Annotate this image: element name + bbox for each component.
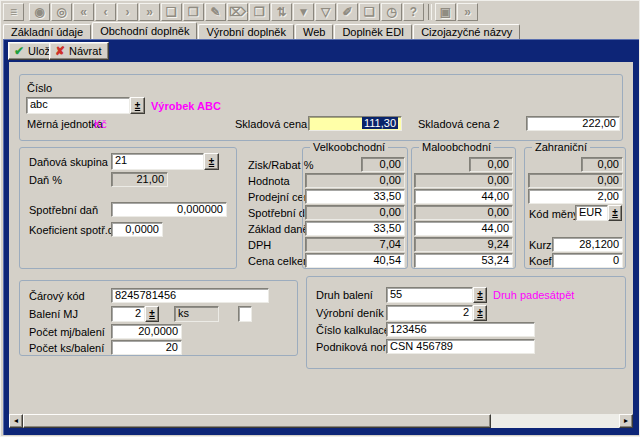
carovy-kod-field[interactable]: 8245781456 bbox=[111, 288, 269, 303]
first-record-button[interactable]: « bbox=[73, 3, 94, 21]
cislo-lookup-button[interactable]: ± bbox=[130, 97, 145, 114]
podnikova-norma-field[interactable]: CSN 456789 bbox=[386, 339, 535, 354]
print-button[interactable]: ▣ bbox=[435, 3, 456, 21]
danova-skupina-combo[interactable]: 21 bbox=[111, 153, 204, 170]
help-button[interactable]: ? bbox=[403, 3, 424, 21]
scroll-right-icon: ▸ bbox=[624, 416, 628, 425]
tab-zakladni-udaje[interactable]: Základní údaje bbox=[3, 24, 91, 39]
copy-record-button[interactable]: ❐ bbox=[249, 3, 270, 21]
first-record-icon: « bbox=[80, 6, 87, 18]
pocet-ks-baleni-field[interactable]: 20 bbox=[111, 340, 182, 355]
kod-meny-combo[interactable]: EUR bbox=[575, 205, 608, 221]
post-record-button[interactable]: ❒ bbox=[183, 3, 204, 21]
documents-button[interactable]: ❏ bbox=[359, 3, 380, 21]
vyrobni-denik-label: Výrobní deník bbox=[316, 307, 384, 320]
spotrebni-dan-label: Spotřební daň bbox=[29, 204, 98, 217]
pocet-mj-baleni-field[interactable]: 20,0000 bbox=[111, 324, 182, 339]
spotrebni-dan-field[interactable]: 0,000000 bbox=[111, 202, 227, 217]
retail-zisk-field: 0,00 bbox=[469, 157, 513, 172]
insert-record-icon: ❑ bbox=[166, 6, 177, 18]
kurz-label: Kurz bbox=[529, 239, 552, 252]
tab-bar: Základní údaje Obchodní doplněk Výrobní … bbox=[3, 23, 639, 39]
last-record-icon: » bbox=[146, 6, 153, 18]
scroll-left-button[interactable]: ◂ bbox=[9, 414, 23, 428]
insert-record-button[interactable]: ❑ bbox=[161, 3, 182, 21]
view-button[interactable]: ◉ bbox=[29, 3, 50, 21]
tab-vyrobni-doplnek[interactable]: Výrobní doplněk bbox=[198, 24, 294, 39]
wholesale-cena-celkem-field[interactable]: 40,54 bbox=[305, 253, 405, 268]
vyrobni-denik-field[interactable]: 2 bbox=[386, 305, 473, 321]
delete-record-button[interactable]: ⌦ bbox=[227, 3, 248, 21]
next-record-button[interactable]: › bbox=[117, 3, 138, 21]
scroll-right-button[interactable]: ▸ bbox=[619, 414, 633, 428]
toolbar: ≡ ◉ ◎ « ‹ › » ❑ ❒ ✎ ⌦ ❐ ⇅ ▼ ▽ ✐ ❏ ◷ ? ▣ … bbox=[3, 2, 639, 22]
retail-cena-celkem-field[interactable]: 53,24 bbox=[414, 253, 513, 268]
skladova-cena1-label: Skladová cena 1 bbox=[235, 118, 316, 131]
previous-record-icon: ‹ bbox=[104, 6, 108, 18]
merna-jednotka-value: Kč bbox=[94, 118, 107, 131]
wholesale-hodnota-field: 0,00 bbox=[305, 173, 405, 188]
previous-record-button[interactable]: ‹ bbox=[95, 3, 116, 21]
dan-field: 21,00 bbox=[111, 172, 168, 187]
documents-icon: ❏ bbox=[364, 6, 375, 18]
browse-icon: ◎ bbox=[56, 6, 66, 18]
danova-skupina-lookup-button[interactable]: ± bbox=[204, 153, 219, 170]
tab-obchodni-doplnek[interactable]: Obchodní doplněk bbox=[92, 22, 197, 39]
kurz-field[interactable]: 28,1200 bbox=[552, 237, 623, 252]
tab-web[interactable]: Web bbox=[295, 24, 333, 39]
retail-hodnota-field: 0,00 bbox=[414, 173, 513, 188]
retail-zaklad-dane-field[interactable]: 44,00 bbox=[414, 221, 513, 236]
kod-meny-lookup-button[interactable]: ± bbox=[608, 205, 622, 221]
baleni-flag-field[interactable] bbox=[238, 306, 252, 322]
application-window: ≡ ◉ ◎ « ‹ › » ❑ ❒ ✎ ⌦ ❐ ⇅ ▼ ▽ ✐ ❏ ◷ ? ▣ … bbox=[0, 0, 640, 437]
baleni-mj-lookup-button[interactable]: ± bbox=[145, 306, 159, 322]
history-button[interactable]: ◷ bbox=[381, 3, 402, 21]
wholesale-group-title: Velkoobchodní bbox=[310, 141, 388, 154]
wholesale-dph-field: 7,04 bbox=[305, 237, 405, 252]
notes-button[interactable]: ✐ bbox=[337, 3, 358, 21]
tab-doplnek-edi[interactable]: Doplněk EDI bbox=[334, 24, 412, 39]
skladova-cena2-label: Skladová cena 2 bbox=[418, 118, 499, 131]
koef-label: Koef bbox=[529, 255, 552, 268]
druh-baleni-lookup-button[interactable]: ± bbox=[473, 287, 487, 303]
vyrobni-denik-lookup-button[interactable]: ± bbox=[473, 305, 487, 321]
retail-group-title: Maloobchodní bbox=[419, 141, 494, 154]
retail-prodejni-cena-field[interactable]: 44,00 bbox=[414, 189, 513, 204]
sort-button[interactable]: ⇅ bbox=[271, 3, 292, 21]
scroll-left-icon: ◂ bbox=[14, 416, 18, 425]
horizontal-scrollbar[interactable]: ◂ ▸ bbox=[9, 414, 633, 428]
foreign-prodejni-cena-field[interactable]: 2,00 bbox=[528, 189, 623, 204]
cislo-kalkulace-field[interactable]: 123456 bbox=[386, 322, 535, 337]
check-icon: ✔ bbox=[14, 45, 24, 57]
browse-button[interactable]: ◎ bbox=[51, 3, 72, 21]
last-record-button[interactable]: » bbox=[139, 3, 160, 21]
foreign-group-title: Zahraniční bbox=[532, 141, 590, 154]
back-button-label: Návrat bbox=[69, 45, 101, 57]
list-button[interactable]: ≡ bbox=[3, 3, 24, 21]
next-record-icon: › bbox=[126, 6, 130, 18]
druh-baleni-label: Druh balení bbox=[316, 289, 373, 302]
tab-cizojazycne-nazvy[interactable]: Cizojazyčné názvy bbox=[413, 24, 520, 39]
skladova-cena2-field[interactable]: 222,00 bbox=[526, 116, 620, 131]
filter-button[interactable]: ▼ bbox=[293, 3, 314, 21]
edit-record-button[interactable]: ✎ bbox=[205, 3, 226, 21]
wholesale-prodejni-cena-field[interactable]: 33,50 bbox=[305, 189, 405, 204]
product-name: Výrobek ABC bbox=[151, 100, 221, 113]
koef-field[interactable]: 0 bbox=[552, 253, 623, 268]
druh-baleni-description: Druh padesátpět bbox=[493, 289, 574, 302]
edit-record-icon: ✎ bbox=[210, 6, 220, 18]
post-record-icon: ❒ bbox=[188, 6, 199, 18]
baleni-mj-field[interactable]: 2 bbox=[111, 306, 145, 322]
list-icon: ≡ bbox=[10, 6, 17, 18]
cancel-filter-button[interactable]: ▽ bbox=[315, 3, 336, 21]
back-button[interactable]: ✘ Návrat bbox=[49, 42, 109, 60]
print-icon: ▣ bbox=[440, 6, 451, 18]
druh-baleni-combo[interactable]: 55 bbox=[386, 287, 473, 303]
baleni-mj-label: Balení MJ bbox=[29, 308, 78, 321]
skladova-cena1-field[interactable]: 111,30 bbox=[308, 116, 402, 131]
cislo-combo[interactable]: abc bbox=[26, 97, 130, 114]
more-button[interactable]: » bbox=[457, 3, 478, 21]
scrollbar-thumb[interactable] bbox=[23, 414, 491, 428]
koeficient-field[interactable]: 0,0000 bbox=[111, 222, 163, 237]
wholesale-zaklad-dane-field[interactable]: 33,50 bbox=[305, 221, 405, 236]
